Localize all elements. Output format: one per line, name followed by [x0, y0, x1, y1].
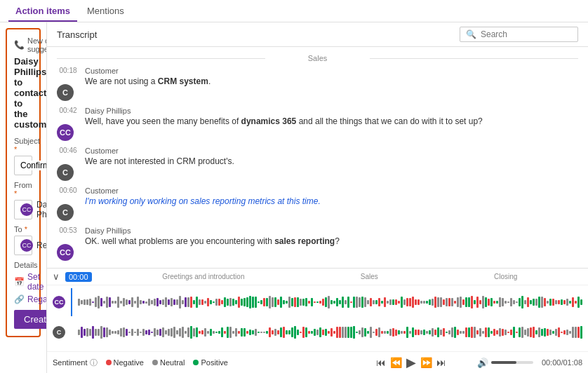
right-panel: Transcript 🔍 Sales 00:18 C Customer We a…	[47, 22, 588, 373]
sentiment-positive: Positive	[193, 358, 228, 367]
play-button[interactable]: ▶	[406, 355, 416, 370]
link-icon: 🔗	[14, 294, 25, 304]
search-icon: 🔍	[466, 29, 476, 39]
from-dropdown[interactable]: CC Daisy Phillips ∨	[14, 200, 32, 219]
regarding-link[interactable]: 🔗 Regarding	[14, 294, 32, 304]
sales-divider: Sales	[57, 54, 578, 62]
playback-controls: ⏮ ⏪ ▶ ⏩ ⏭	[376, 355, 446, 370]
message-row: 00:18 C Customer We are not using a CRM …	[57, 67, 578, 101]
skip-forward-end-icon[interactable]: ⏭	[436, 357, 446, 368]
message-row: 00:53 CC Daisy Phillips OK. well what pr…	[57, 226, 578, 261]
set-date-link[interactable]: 📅 Set date	[14, 272, 32, 292]
msg-time: 00:18	[57, 67, 79, 74]
transcript-header: Transcript 🔍	[47, 22, 588, 47]
customer-avatar: C	[57, 204, 74, 221]
fast-forward-icon[interactable]: ⏩	[420, 357, 432, 368]
calendar-icon: 📅	[14, 277, 25, 287]
negative-dot	[106, 360, 112, 365]
daisy-avatar: CC	[57, 244, 74, 261]
msg-time: 00:53	[57, 226, 79, 234]
details-section: Details 📅 Set date 🔗 Regarding	[14, 261, 32, 304]
msg-time: 00:60	[57, 186, 79, 194]
bottom-bar: ∨ 00:00 Greetings and introduction Sales…	[47, 268, 588, 373]
subject-text-input[interactable]	[20, 161, 47, 170]
sentiment-bar: Sentiment ⓘ Negative Neutral Positive	[47, 351, 588, 373]
action-card: 📞 New call suggestion ✏️ ∧ Daisy Phillip…	[6, 28, 41, 337]
call-suggestion-label: 📞 New call suggestion ✏️	[14, 36, 47, 53]
waveform-area: CC C	[47, 285, 588, 351]
transcript-body: Sales 00:18 C Customer We are not using …	[47, 47, 588, 268]
info-icon[interactable]: ⓘ	[90, 358, 98, 368]
message-row: 00:46 C Customer We are not interested i…	[57, 147, 578, 181]
action-title: Daisy Phillips to contact to the custome…	[14, 56, 32, 130]
to-avatar: CC	[20, 239, 33, 252]
from-avatar: CC	[20, 203, 33, 216]
tab-action-items[interactable]: Action items	[8, 1, 77, 22]
time-display: 00:00/01:08	[542, 358, 582, 367]
rewind-icon[interactable]: ⏪	[390, 357, 402, 368]
collapse-timeline-icon[interactable]: ∨	[53, 271, 60, 282]
customer-wave-avatar: C	[53, 326, 65, 339]
msg-time: 00:42	[57, 107, 79, 114]
volume-icon[interactable]: 🔊	[477, 358, 488, 368]
search-box[interactable]: 🔍	[460, 27, 578, 42]
daisy-waveform-track	[78, 294, 582, 310]
neutral-dot	[152, 360, 158, 365]
timeline-header: ∨ 00:00 Greetings and introduction Sales…	[47, 269, 588, 285]
customer-waveform-track	[78, 325, 582, 340]
current-time-badge: 00:00	[65, 272, 92, 282]
sentiment-label: Sentiment ⓘ	[53, 358, 98, 368]
timeline-labels: Greetings and introduction Sales Closing	[98, 273, 582, 280]
search-input[interactable]	[481, 29, 572, 39]
to-field: To * CC Regina ∨	[14, 225, 32, 255]
daisy-avatar: CC	[57, 124, 74, 141]
tab-mentions[interactable]: Mentions	[80, 1, 131, 22]
playhead	[71, 288, 72, 316]
transcript-title: Transcript	[57, 29, 97, 40]
to-dropdown[interactable]: CC Regina ∨	[14, 236, 32, 255]
customer-waveform-row: C	[53, 318, 582, 346]
left-panel: 📞 New call suggestion ✏️ ∧ Daisy Phillip…	[0, 22, 47, 373]
volume-fill	[491, 361, 516, 364]
closing-divider: Closing	[57, 266, 578, 268]
subject-field: Subject * ×	[14, 137, 32, 175]
msg-time: 00:46	[57, 147, 79, 154]
subject-input[interactable]: ×	[14, 156, 32, 175]
daisy-wave-avatar: CC	[53, 296, 65, 308]
message-row: 00:60 C Customer I'm working only workin…	[57, 186, 578, 221]
volume-control: 🔊	[477, 358, 533, 368]
section-sales: Sales	[361, 273, 378, 280]
positive-dot	[193, 360, 199, 365]
phone-icon: 📞	[14, 40, 25, 50]
volume-slider[interactable]	[491, 361, 533, 364]
create-button[interactable]: Create	[14, 310, 47, 329]
section-greetings: Greetings and introduction	[162, 273, 244, 280]
customer-avatar: C	[57, 164, 74, 181]
message-row: 00:42 CC Daisy Phillips Well, have you s…	[57, 107, 578, 141]
section-closing: Closing	[494, 273, 517, 280]
sentiment-neutral: Neutral	[152, 358, 185, 367]
from-field: From * CC Daisy Phillips ∨	[14, 181, 32, 219]
customer-avatar: C	[57, 84, 74, 101]
action-buttons: Create ∨ Delete	[14, 310, 32, 329]
skip-back-start-icon[interactable]: ⏮	[376, 357, 386, 368]
daisy-waveform-row: CC	[53, 288, 582, 316]
sentiment-negative: Negative	[106, 358, 144, 367]
